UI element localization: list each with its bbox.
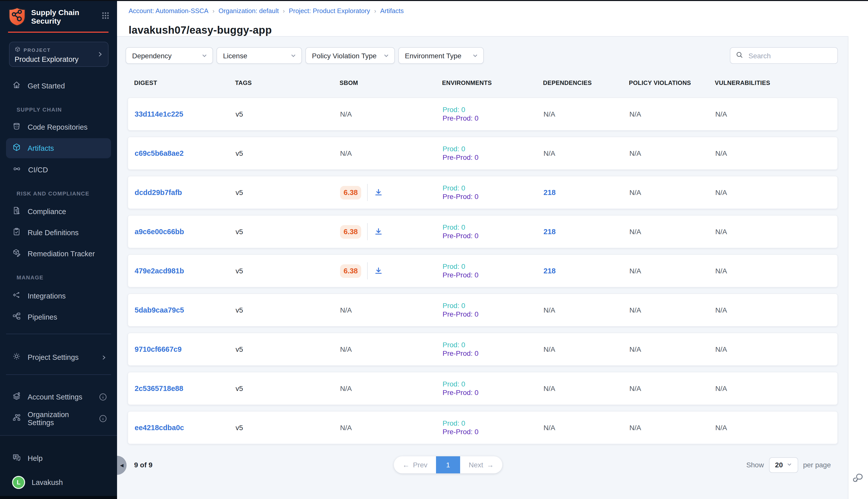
next-arrow-icon: → (487, 461, 494, 469)
dependencies-cell: N/A (544, 110, 629, 118)
table-row[interactable]: a9c6e00c66bbv56.38Prod: 0Pre-Prod: 0218N… (127, 215, 838, 248)
help-chat-icon: ? (12, 453, 21, 464)
digest-link[interactable]: ee4218cdba0c (135, 424, 184, 432)
column-header-policy-violations[interactable]: POLICY VIOLATIONS (629, 80, 715, 86)
sidebar-item-compliance[interactable]: Compliance (6, 202, 111, 222)
vulnerabilities-value: N/A (715, 345, 727, 353)
breadcrumb-artifacts[interactable]: Artifacts (380, 7, 404, 15)
digest-link[interactable]: c69c5b6a8ae2 (135, 149, 184, 157)
sbom-cell: N/A (340, 424, 443, 432)
digest-cell: a9c6e00c66bb (135, 228, 236, 236)
sidebar-item-label: Artifacts (28, 144, 54, 152)
table-row[interactable]: 33d114e1c225v5N/AProd: 0Pre-Prod: 0N/AN/… (127, 97, 838, 131)
download-sbom-icon[interactable] (374, 227, 383, 236)
column-header-digest[interactable]: DIGEST (134, 80, 235, 86)
digest-cell: 2c5365718e88 (135, 385, 236, 392)
table-row[interactable]: 2c5365718e88v5N/AProd: 0Pre-Prod: 0N/AN/… (127, 372, 838, 405)
filter-policy-violation-type[interactable]: Policy Violation Type (306, 47, 395, 64)
tags-cell: v5 (236, 345, 340, 353)
digest-cell: 479e2acd981b (135, 267, 236, 275)
sidebar-user[interactable]: L Lavakush (6, 472, 111, 492)
column-header-vulnerabilities[interactable]: VULNERABILITIES (715, 80, 838, 86)
sidebar-collapse-handle[interactable]: ◀ (117, 456, 127, 475)
vulnerabilities-cell: N/A (715, 306, 838, 314)
project-cube-icon (15, 46, 21, 53)
dependencies-link[interactable]: 218 (544, 267, 556, 275)
download-sbom-icon[interactable] (374, 266, 383, 276)
sidebar-item-organization-settings[interactable]: Organization Settings (6, 409, 111, 429)
sidebar-item-cicd[interactable]: CI/CD (6, 160, 111, 180)
chevron-right-icon (97, 51, 103, 60)
digest-link[interactable]: 9710cf6667c9 (135, 345, 182, 353)
sbom-cell: N/A (340, 345, 443, 353)
digest-link[interactable]: 33d114e1c225 (135, 110, 183, 118)
digest-cell: dcdd29b7fafb (135, 188, 236, 196)
info-icon[interactable] (99, 415, 107, 423)
table-row[interactable]: 479e2acd981bv56.38Prod: 0Pre-Prod: 0218N… (127, 254, 838, 288)
current-page-button[interactable]: 1 (436, 456, 460, 473)
digest-link[interactable]: 2c5365718e88 (135, 385, 183, 392)
shield-logo-icon (8, 7, 26, 29)
sidebar-item-artifacts[interactable]: Artifacts (6, 138, 111, 158)
chat-bubbles-icon[interactable] (852, 471, 865, 486)
pagination: ← Prev 1 Next → (394, 456, 502, 473)
sidebar-item-pipelines[interactable]: Pipelines (6, 307, 111, 327)
tags-cell: v5 (236, 188, 340, 196)
env-prod-count: Prod: 0 (443, 419, 544, 428)
sidebar-item-rule-definitions[interactable]: Rule Definitions (6, 223, 111, 243)
env-preprod-count: Pre-Prod: 0 (443, 114, 544, 123)
breadcrumb-organization[interactable]: Organization: default (219, 7, 279, 15)
page-size-dropdown[interactable]: 20 (769, 457, 798, 473)
info-icon[interactable] (99, 393, 107, 401)
dependencies-link[interactable]: 218 (544, 188, 556, 196)
download-sbom-icon[interactable] (374, 188, 383, 197)
column-header-dependencies[interactable]: DEPENDENCIES (543, 80, 629, 86)
column-header-tags[interactable]: TAGS (235, 80, 339, 86)
sidebar-item-remediation-tracker[interactable]: Remediation Tracker (6, 244, 111, 264)
env-prod-count: Prod: 0 (443, 184, 544, 193)
table-row[interactable]: 5dab9caa79c5v5N/AProd: 0Pre-Prod: 0N/AN/… (127, 293, 838, 327)
column-header-sbom[interactable]: SBOM (339, 80, 442, 86)
prev-page-button[interactable]: ← Prev (394, 456, 436, 473)
digest-cell: c69c5b6a8ae2 (135, 149, 236, 157)
dependencies-na-value: N/A (544, 306, 555, 314)
sidebar-item-help[interactable]: ? Help (6, 448, 111, 468)
search-input[interactable] (747, 51, 832, 60)
table-row[interactable]: dcdd29b7fafbv56.38Prod: 0Pre-Prod: 0218N… (127, 176, 838, 209)
next-page-button[interactable]: Next → (460, 456, 502, 473)
filter-dependency[interactable]: Dependency (126, 47, 213, 64)
column-header-environments[interactable]: ENVIRONMENTS (442, 80, 543, 86)
dependencies-cell: N/A (544, 385, 629, 392)
filter-environment-type[interactable]: Environment Type (398, 47, 484, 64)
table-row[interactable]: c69c5b6a8ae2v5N/AProd: 0Pre-Prod: 0N/AN/… (127, 137, 838, 170)
sbom-cell: N/A (340, 149, 443, 157)
sbom-cell: 6.38 (340, 223, 443, 240)
filter-label: Dependency (132, 51, 172, 60)
main-content: Account: Automation-SSCA › Organization:… (117, 0, 868, 499)
sidebar-item-account-settings[interactable]: Account Settings (6, 387, 111, 407)
sidebar-item-integrations[interactable]: Integrations (6, 286, 111, 306)
environments-cell: Prod: 0Pre-Prod: 0 (443, 380, 544, 397)
policy-violations-value: N/A (629, 110, 641, 118)
sidebar-item-code-repositories[interactable]: </> Code Repositories (6, 117, 111, 137)
table-row[interactable]: 9710cf6667c9v5N/AProd: 0Pre-Prod: 0N/AN/… (127, 333, 838, 366)
app-switcher-grid-icon[interactable] (101, 11, 110, 22)
dependencies-link[interactable]: 218 (544, 228, 556, 236)
breadcrumb-project[interactable]: Project: Product Exploratory (289, 7, 370, 15)
filter-label: Policy Violation Type (312, 51, 376, 60)
digest-cell: 33d114e1c225 (135, 110, 236, 118)
digest-link[interactable]: a9c6e00c66bb (135, 228, 184, 236)
digest-link[interactable]: 479e2acd981b (135, 267, 184, 275)
digest-link[interactable]: 5dab9caa79c5 (135, 306, 184, 314)
sidebar-item-project-settings[interactable]: Project Settings (6, 347, 111, 367)
digest-link[interactable]: dcdd29b7fafb (135, 188, 182, 196)
filter-license[interactable]: License (216, 47, 302, 64)
vulnerabilities-value: N/A (715, 149, 727, 157)
project-selector[interactable]: PROJECT Product Exploratory (9, 42, 109, 67)
sidebar-item-get-started[interactable]: Get Started (6, 76, 111, 96)
home-icon (12, 81, 21, 92)
digest-cell: 5dab9caa79c5 (135, 306, 236, 314)
breadcrumb-account[interactable]: Account: Automation-SSCA (128, 7, 209, 15)
policy-violations-cell: N/A (629, 228, 715, 236)
table-row[interactable]: ee4218cdba0cv5N/AProd: 0Pre-Prod: 0N/AN/… (127, 411, 838, 444)
